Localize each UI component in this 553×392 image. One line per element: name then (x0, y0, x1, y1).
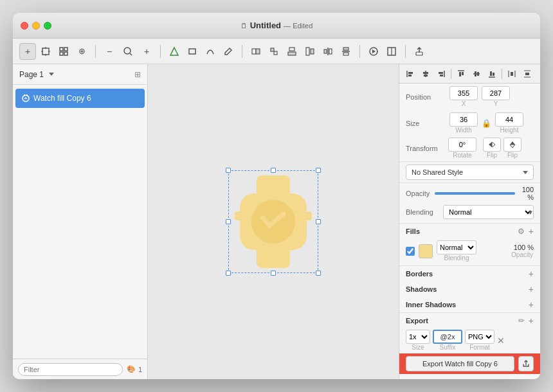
export-suffix-input[interactable] (433, 330, 462, 344)
layer-item[interactable]: Watch fill Copy 6 (15, 89, 145, 108)
zoom-level[interactable] (120, 43, 136, 60)
svg-marker-28 (372, 49, 376, 53)
sep4 (359, 45, 360, 58)
minimize-button[interactable] (32, 22, 40, 30)
distribute-v-btn[interactable] (520, 67, 534, 81)
export-icons: ✏ + (518, 316, 534, 325)
add-button[interactable]: + (19, 43, 36, 60)
arrange-btn-1[interactable] (248, 43, 264, 60)
lock-icon[interactable]: 🔒 (482, 119, 491, 128)
inner-shadows-add-btn[interactable]: + (529, 300, 534, 309)
export-button[interactable]: Export Watch fill Copy 6 (406, 356, 514, 371)
export-size-select[interactable]: 1x 2x (406, 330, 430, 344)
transform-row: Transform Rotate Flip (399, 136, 540, 161)
handle-bl[interactable] (226, 271, 231, 276)
fill-opacity-value: 100 % (511, 244, 534, 251)
close-button[interactable] (21, 22, 28, 30)
align-top-btn[interactable] (454, 67, 468, 81)
fills-settings-icon[interactable]: ⚙ (518, 227, 525, 236)
rotate-input[interactable] (448, 138, 476, 152)
zoom-out-button[interactable]: − (101, 43, 118, 60)
x-input[interactable] (449, 86, 478, 100)
arrange-icon-1 (251, 46, 261, 57)
toggle-sidebar-btn[interactable]: ⊞ (134, 70, 141, 79)
handle-bm[interactable] (271, 271, 276, 276)
blending-select[interactable]: Normal (443, 205, 534, 219)
handle-mr[interactable] (316, 219, 321, 224)
svg-rect-61 (511, 72, 513, 76)
arrange-btn-3[interactable] (284, 43, 300, 60)
handle-tm[interactable] (271, 168, 276, 173)
handle-ml[interactable] (226, 219, 231, 224)
handle-tr[interactable] (316, 168, 321, 173)
canvas[interactable] (148, 64, 399, 379)
shared-style-select[interactable]: No Shared Style (406, 165, 534, 180)
svg-rect-52 (462, 72, 464, 75)
share-btn[interactable] (411, 43, 428, 60)
borders-add-btn[interactable]: + (529, 269, 534, 278)
page-selector[interactable]: Page 1 (19, 70, 54, 79)
align-center-h-btn[interactable] (419, 67, 433, 81)
svg-rect-19 (306, 48, 309, 55)
align-left-btn[interactable] (403, 67, 417, 81)
zoom-in-button[interactable]: + (138, 43, 155, 60)
flip-v-label: Flip (507, 152, 518, 159)
traffic-lights (21, 22, 51, 30)
svg-marker-66 (492, 142, 495, 147)
path-tool[interactable] (202, 43, 219, 60)
pencil-tool[interactable] (220, 43, 237, 60)
blending-label: Blending (406, 208, 438, 216)
opacity-slider[interactable] (435, 192, 514, 195)
svg-rect-7 (60, 52, 63, 55)
rect-tool[interactable] (184, 43, 201, 60)
symbol-button[interactable]: ⊕ (73, 43, 90, 60)
fills-add-btn[interactable]: + (529, 227, 534, 236)
distribute-h-icon (507, 69, 516, 78)
x-pair: X (449, 86, 478, 107)
artboard-button[interactable] (37, 43, 54, 60)
vector-tool[interactable] (166, 43, 183, 60)
svg-marker-68 (510, 145, 515, 148)
fill-color-swatch[interactable] (419, 244, 433, 258)
svg-rect-14 (256, 49, 260, 54)
export-share-btn[interactable] (518, 356, 534, 371)
arrange-btn-6[interactable] (338, 43, 354, 60)
width-input[interactable] (449, 112, 478, 127)
color-style-icon[interactable]: 🎨 (127, 365, 136, 373)
align-left-icon (406, 69, 415, 78)
plus-icon: + (25, 46, 30, 57)
export-format-select[interactable]: PNG SVG JPG (465, 330, 494, 344)
arrange-btn-2[interactable] (266, 43, 282, 60)
y-pair: Y (482, 86, 510, 107)
export-add-btn[interactable]: + (529, 316, 534, 325)
export-remove-btn[interactable]: ✕ (497, 336, 505, 345)
footer-icons: 🎨 1 (127, 365, 142, 373)
flip-h-button[interactable] (483, 138, 501, 152)
arrange-btn-5[interactable] (320, 43, 336, 60)
y-input[interactable] (482, 86, 510, 100)
window-subtitle: — Edited (284, 22, 313, 30)
sep1 (95, 45, 96, 58)
grid-button[interactable] (55, 43, 72, 60)
fill-blend-select[interactable]: Normal (437, 240, 476, 254)
align-bottom-btn[interactable] (485, 67, 499, 81)
shadows-title: Shadows (406, 285, 437, 293)
align-center-v-btn[interactable] (469, 67, 484, 81)
export-edit-icon[interactable]: ✏ (518, 316, 525, 325)
arrange-btn-4[interactable] (302, 43, 318, 60)
layout-btn[interactable] (383, 43, 400, 60)
handle-br[interactable] (316, 271, 321, 276)
height-input[interactable] (495, 112, 523, 127)
fill-checkbox[interactable] (406, 247, 415, 256)
opacity-fill (435, 192, 514, 195)
fullscreen-button[interactable] (44, 22, 51, 30)
flip-v-button[interactable] (503, 138, 521, 152)
export-header: Export ✏ + (399, 313, 540, 328)
shadows-add-btn[interactable]: + (529, 285, 534, 294)
search-input[interactable] (18, 363, 123, 376)
handle-tl[interactable] (226, 168, 231, 173)
align-right-btn[interactable] (434, 67, 448, 81)
preview-btn[interactable] (365, 43, 382, 60)
distribute-h-btn[interactable] (505, 67, 519, 81)
arrange-group (248, 43, 354, 60)
